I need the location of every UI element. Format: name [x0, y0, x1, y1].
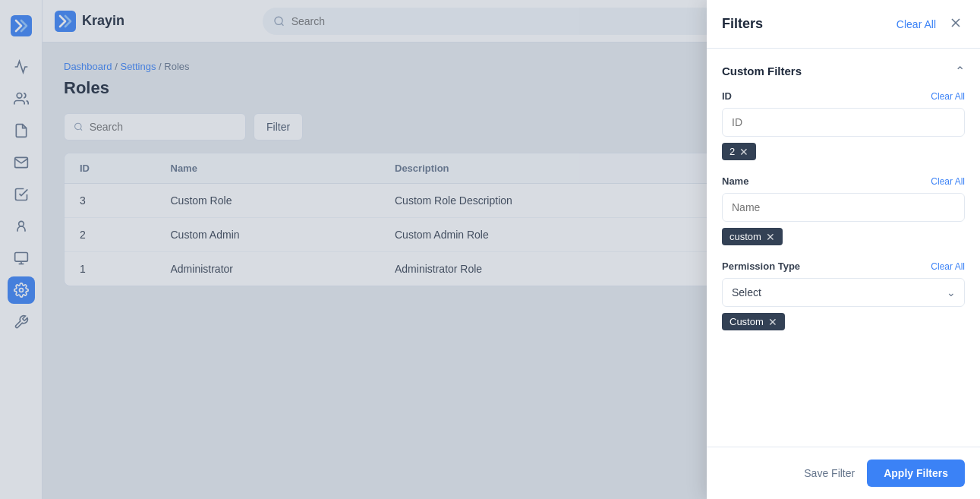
filter-id-input[interactable]	[722, 108, 965, 137]
apply-filters-button[interactable]: Apply Filters	[867, 460, 965, 487]
filter-tag-permission-custom: Custom ✕	[722, 313, 785, 330]
filter-tag-id-2-remove[interactable]: ✕	[739, 147, 748, 157]
filters-header: Filters Clear All	[707, 0, 980, 49]
filter-permission-select[interactable]: Select custom all	[722, 278, 965, 307]
filters-title: Filters	[722, 16, 763, 32]
filters-body: Custom Filters ⌃ ID Clear All 2 ✕ Name C…	[707, 49, 980, 447]
filter-tag-name-value: custom	[729, 231, 761, 242]
filters-panel: Filters Clear All Custom Filters ⌃ ID Cl…	[707, 0, 980, 499]
filter-section-title: Custom Filters	[722, 65, 802, 77]
filter-name-tags: custom ✕	[722, 228, 965, 245]
filter-permission-tags: Custom ✕	[722, 313, 965, 330]
filter-group-permission-label: Permission Type	[722, 261, 800, 272]
save-filter-link[interactable]: Save Filter	[804, 467, 855, 479]
filter-group-id-header: ID Clear All	[722, 90, 965, 102]
filters-header-actions: Clear All	[896, 14, 965, 34]
filters-clear-all-link[interactable]: Clear All	[896, 18, 936, 30]
filter-name-input[interactable]	[722, 193, 965, 222]
filters-close-button[interactable]	[947, 14, 965, 34]
filters-footer: Save Filter Apply Filters	[707, 447, 980, 499]
filter-id-clear[interactable]: Clear All	[931, 91, 965, 102]
filter-group-name-label: Name	[722, 175, 748, 187]
filter-permission-clear[interactable]: Clear All	[931, 261, 965, 272]
filter-permission-select-wrap: Select custom all ⌄	[722, 278, 965, 307]
filter-section-header: Custom Filters ⌃	[722, 64, 965, 78]
filter-tag-permission-custom-remove[interactable]: ✕	[768, 317, 777, 327]
filter-tag-id-2: 2 ✕	[722, 143, 756, 160]
chevron-up-icon[interactable]: ⌃	[955, 64, 965, 78]
filter-group-id-label: ID	[722, 90, 732, 102]
filter-id-tags: 2 ✕	[722, 143, 965, 160]
filter-group-permission-type: Permission Type Clear All Select custom …	[722, 261, 965, 330]
close-icon	[948, 15, 963, 30]
filter-tag-name-custom: custom ✕	[722, 228, 783, 245]
filter-group-permission-header: Permission Type Clear All	[722, 261, 965, 272]
filter-group-id: ID Clear All 2 ✕	[722, 90, 965, 160]
filter-name-clear[interactable]: Clear All	[931, 176, 965, 187]
filter-tag-id-value: 2	[729, 146, 735, 157]
filter-tag-permission-value: Custom	[729, 316, 764, 327]
filter-group-name: Name Clear All custom ✕	[722, 175, 965, 245]
filter-tag-name-custom-remove[interactable]: ✕	[766, 232, 775, 242]
filter-group-name-header: Name Clear All	[722, 175, 965, 187]
